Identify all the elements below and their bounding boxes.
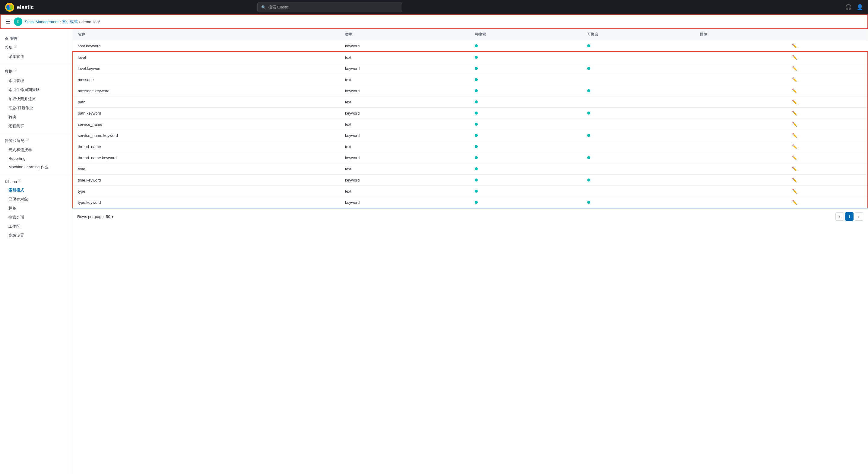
field-name: time — [73, 163, 340, 175]
col-header-searchable: 可搜索 — [470, 29, 582, 40]
page-1-button[interactable]: 1 — [845, 212, 854, 221]
breadcrumb-stack-management[interactable]: Stack Management — [25, 20, 59, 24]
sidebar-item-数据[interactable]: 数据 ⓘ — [0, 66, 72, 76]
sidebar-label-ml: Machine Learning 作业 — [8, 164, 49, 170]
searchable-dot — [475, 134, 478, 137]
sidebar-label-汇总: 汇总/打包作业 — [8, 105, 33, 110]
edit-field-button[interactable]: ✏️ — [792, 110, 797, 116]
field-searchable — [470, 96, 582, 108]
table-row: service_nametext✏️ — [73, 119, 868, 130]
table-row: type.keywordkeyword✏️ — [73, 197, 868, 208]
edit-field-button[interactable]: ✏️ — [792, 99, 797, 104]
table-row: messagetext✏️ — [73, 74, 868, 85]
sidebar-label-标签: 标签 — [8, 206, 16, 211]
rows-per-page[interactable]: Rows per page: 50 ▾ — [77, 214, 114, 219]
next-page-button[interactable]: › — [855, 212, 863, 221]
field-aggregatable — [582, 96, 695, 108]
field-name: service_name.keyword — [73, 130, 340, 141]
user-icon[interactable]: 👤 — [857, 4, 863, 10]
sidebar-item-索引生命周期策略[interactable]: 索引生命周期策略 — [0, 85, 72, 94]
field-type: text — [340, 186, 470, 197]
edit-field-button[interactable]: ✏️ — [792, 43, 797, 48]
searchable-dot — [475, 179, 478, 182]
field-type: text — [340, 119, 470, 130]
field-actions: ✏️ — [787, 63, 868, 74]
sidebar-item-转换[interactable]: 转换 — [0, 113, 72, 122]
sidebar-divider-2 — [0, 133, 72, 133]
field-excluded — [695, 74, 787, 85]
table-row: message.keywordkeyword✏️ — [73, 85, 868, 96]
search-bar[interactable]: 🔍 搜索 Elastic — [257, 2, 402, 12]
sidebar-item-采集[interactable]: 采集 ⓘ — [0, 42, 72, 52]
field-excluded — [695, 175, 787, 186]
field-aggregatable — [582, 175, 695, 186]
col-header-type: 类型 — [340, 29, 470, 40]
table-row: time.keywordkeyword✏️ — [73, 175, 868, 186]
sidebar-item-告警洞见[interactable]: 告警和洞见 ⓘ — [0, 136, 72, 145]
edit-field-button[interactable]: ✏️ — [792, 55, 797, 60]
edit-field-button[interactable]: ✏️ — [792, 166, 797, 171]
edit-field-button[interactable]: ✏️ — [792, 178, 797, 182]
field-excluded — [695, 197, 787, 208]
main-layout: ⚙ 管理 采集 ⓘ 采集管道 数据 ⓘ 索引管理 索引生命周期策略 拍取快照并还… — [0, 29, 868, 474]
sidebar-item-远程集群[interactable]: 远程集群 — [0, 122, 72, 131]
gear-icon: ⚙ — [5, 37, 8, 41]
field-type: keyword — [340, 197, 470, 208]
sidebar-item-采集管道[interactable]: 采集管道 — [0, 52, 72, 61]
field-searchable — [470, 108, 582, 119]
field-searchable — [470, 63, 582, 74]
sidebar-label-采集管道: 采集管道 — [8, 54, 24, 59]
sidebar-item-快照还原[interactable]: 拍取快照并还原 — [0, 94, 72, 103]
sidebar-item-索引模式[interactable]: 索引模式 — [0, 186, 72, 195]
edit-field-button[interactable]: ✏️ — [792, 77, 797, 82]
field-excluded — [695, 108, 787, 119]
edit-field-button[interactable]: ✏️ — [792, 144, 797, 149]
field-excluded — [695, 130, 787, 141]
table-row: level.keywordkeyword✏️ — [73, 63, 868, 74]
field-aggregatable — [582, 108, 695, 119]
field-actions: ✏️ — [787, 197, 868, 208]
field-name: time.keyword — [73, 175, 340, 186]
sidebar-label-告警洞见: 告警和洞见 ⓘ — [5, 137, 29, 144]
field-excluded — [695, 141, 787, 152]
edit-field-button[interactable]: ✏️ — [792, 200, 797, 205]
field-aggregatable — [582, 63, 695, 74]
sidebar-label-高级设置: 高级设置 — [8, 233, 24, 238]
pagination-bar: Rows per page: 50 ▾ ‹ 1 › — [72, 208, 868, 224]
sidebar-item-reporting[interactable]: Reporting — [0, 154, 72, 162]
edit-field-button[interactable]: ✏️ — [792, 66, 797, 71]
hamburger-button[interactable]: ☰ — [4, 17, 11, 26]
edit-field-button[interactable]: ✏️ — [792, 122, 797, 127]
sidebar-label-远程集群: 远程集群 — [8, 123, 24, 129]
sidebar-item-ml[interactable]: Machine Learning 作业 — [0, 162, 72, 171]
sidebar-label-reporting: Reporting — [8, 156, 25, 161]
edit-field-button[interactable]: ✏️ — [792, 189, 797, 194]
sidebar-item-汇总[interactable]: 汇总/打包作业 — [0, 103, 72, 113]
field-aggregatable — [582, 119, 695, 130]
field-searchable — [470, 74, 582, 85]
field-excluded — [695, 96, 787, 108]
sidebar-divider-1 — [0, 64, 72, 64]
breadcrumb-index-patterns[interactable]: 索引模式 — [62, 19, 78, 24]
sidebar-label-kibana: Kibana ⓘ — [5, 179, 21, 184]
breadcrumb-items: Stack Management › 索引模式 › demo_log* — [25, 19, 100, 24]
sidebar-item-高级设置[interactable]: 高级设置 — [0, 231, 72, 240]
sidebar-item-索引管理[interactable]: 索引管理 — [0, 76, 72, 85]
sidebar-item-规则连接器[interactable]: 规则和连接器 — [0, 145, 72, 154]
sidebar-item-已保存对象[interactable]: 已保存对象 — [0, 195, 72, 204]
breadcrumb-bar: ☰ D Stack Management › 索引模式 › demo_log* — [0, 14, 868, 29]
edit-field-button[interactable]: ✏️ — [792, 155, 797, 160]
sidebar-item-标签[interactable]: 标签 — [0, 204, 72, 213]
headset-icon[interactable]: 🎧 — [845, 4, 852, 10]
field-excluded — [695, 63, 787, 74]
edit-field-button[interactable]: ✏️ — [792, 133, 797, 138]
field-name: message.keyword — [73, 85, 340, 96]
edit-field-button[interactable]: ✏️ — [792, 88, 797, 93]
sidebar-item-工作区[interactable]: 工作区 — [0, 222, 72, 231]
sidebar-item-搜索会话[interactable]: 搜索会话 — [0, 213, 72, 222]
prev-page-button[interactable]: ‹ — [835, 212, 844, 221]
field-actions: ✏️ — [787, 74, 868, 85]
field-type: keyword — [340, 40, 470, 52]
field-aggregatable — [582, 152, 695, 163]
sidebar-item-kibana[interactable]: Kibana ⓘ — [0, 177, 72, 186]
